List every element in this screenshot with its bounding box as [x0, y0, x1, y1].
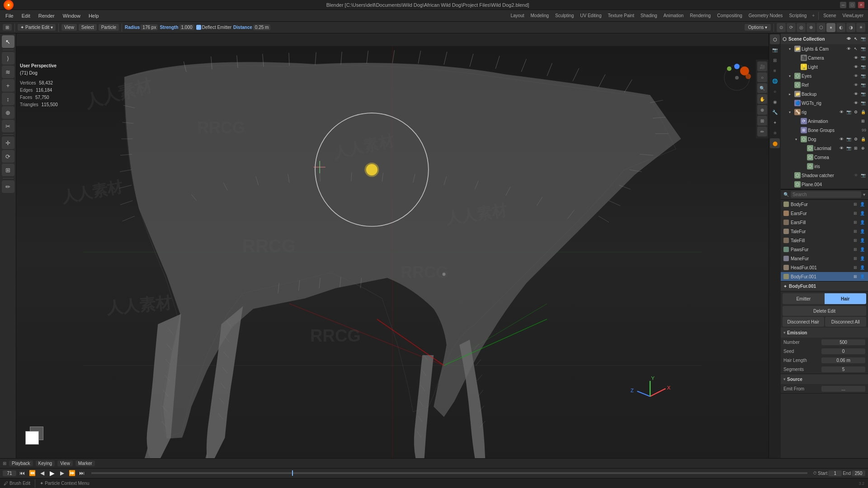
mat-user-icon[interactable]: 👤	[859, 255, 865, 262]
particle-menu[interactable]: Particle	[99, 24, 119, 31]
jump-start-button[interactable]: ⏮	[18, 469, 26, 477]
mat-edit-icon[interactable]: ⊞	[852, 201, 859, 207]
item-nla-icon[interactable]: ⊞	[860, 118, 866, 124]
next-keyframe-button[interactable]: ⏩	[68, 469, 76, 477]
item-extra-icon[interactable]: ⚙	[853, 109, 859, 115]
tool-length[interactable]: ↕	[2, 93, 14, 105]
tool-smooth[interactable]: ≋	[2, 66, 14, 78]
menu-file[interactable]: File	[2, 12, 17, 19]
mat-user-icon[interactable]: 👤	[859, 201, 865, 207]
timeline-bar[interactable]	[91, 472, 807, 474]
particle-props-icon[interactable]: ✦	[770, 117, 780, 127]
item-render-icon[interactable]: 📷	[860, 100, 866, 106]
outliner-item-plane004[interactable]: ⬡ Plane.004	[781, 180, 868, 189]
mat-edit-icon[interactable]: ⊞	[852, 210, 859, 216]
mat-user-icon[interactable]: 👤	[859, 228, 865, 235]
modifier-props-icon[interactable]: 🔧	[770, 107, 780, 117]
item-vis-icon[interactable]: 👁	[853, 73, 859, 79]
distance-input[interactable]: 0.25 m	[253, 24, 271, 30]
mat-user-icon[interactable]: 👤	[859, 246, 865, 253]
material-shading-icon[interactable]: ◐	[836, 23, 845, 32]
item-extra2-icon[interactable]: 🔒	[860, 136, 866, 142]
mat-edit-icon[interactable]: ⊞	[852, 273, 859, 280]
solid-shading-icon[interactable]: ●	[826, 23, 835, 32]
start-frame-input[interactable]: 1	[828, 470, 842, 476]
emitter-button[interactable]: Emitter	[783, 293, 825, 304]
item-vis-icon[interactable]: 👁	[853, 100, 859, 106]
viewport-camera-icon[interactable]: 🎥	[757, 61, 767, 71]
mat-edit-icon[interactable]: ⊞	[852, 255, 859, 262]
maximize-button[interactable]: □	[849, 2, 855, 8]
output-props-icon[interactable]: ⊞	[770, 55, 780, 65]
menu-help[interactable]: Help	[85, 12, 103, 19]
outliner-item-shadow-catcher[interactable]: ⬡ Shadow catcher 👁 📷	[781, 171, 868, 180]
outliner-item-cornea[interactable]: ⬡ Cornea	[781, 153, 868, 162]
tool-select[interactable]: ↖	[2, 35, 14, 48]
next-frame-button[interactable]: ▶	[58, 469, 66, 477]
item-render-icon[interactable]: 📷	[860, 91, 866, 97]
scene-select[interactable]: Scene	[821, 13, 839, 18]
item-render-icon[interactable]: 📷	[860, 64, 866, 70]
item-vis-icon[interactable]: 👁	[838, 145, 844, 151]
item-vis-icon[interactable]: 👁	[853, 172, 859, 178]
outliner-item-dog[interactable]: ▾ ⬡ Dog 👁 📷 ⚙ 🔒	[781, 135, 868, 144]
world-props-icon[interactable]: ○	[770, 86, 780, 96]
source-section-header[interactable]: ▾ Source	[781, 374, 868, 384]
compositing-tab[interactable]: Compositing	[714, 13, 745, 18]
mat-user-icon[interactable]: 👤	[859, 264, 865, 271]
viewport-search-icon[interactable]: 🔍	[757, 83, 767, 93]
scene-props-icon2[interactable]: 🌐	[770, 76, 780, 86]
item-vis-icon[interactable]: 👁	[838, 109, 844, 115]
item-vis-icon[interactable]: 👁	[838, 136, 844, 142]
item-vis-icon[interactable]: 👁	[853, 91, 859, 97]
uv-editing-tab[interactable]: UV Editing	[577, 13, 604, 18]
eevee-shading-icon[interactable]: ☀	[856, 23, 865, 32]
item-cursor-icon[interactable]: ↖	[853, 46, 859, 52]
sculpting-tab[interactable]: Sculpting	[552, 13, 576, 18]
outliner-item-eyes[interactable]: ▾ ⬡ Eyes 👁 📷	[781, 71, 868, 80]
viewport-zoom-icon[interactable]: ⊕	[757, 105, 767, 115]
item-vis-icon[interactable]: 👁	[845, 46, 852, 52]
mat-edit-icon[interactable]: ⊞	[852, 237, 859, 244]
mat-user-icon[interactable]: 👤	[859, 210, 865, 216]
outliner-eye-icon[interactable]: 👁	[845, 36, 852, 42]
item-pose-icon[interactable]: 🔒	[860, 109, 866, 115]
mat-user-icon[interactable]: 👤	[859, 219, 865, 225]
overlay-icon[interactable]: ⊕	[807, 23, 816, 32]
viewport-hand-icon[interactable]: ✋	[757, 94, 767, 104]
playback-menu[interactable]: Playback	[9, 460, 33, 466]
tool-cut[interactable]: ✂	[2, 120, 14, 132]
mat-edit-icon[interactable]: ⊞	[852, 264, 859, 271]
item-vis-icon[interactable]: 👁	[853, 82, 859, 88]
color-indicator[interactable]	[25, 427, 43, 445]
modeling-tab[interactable]: Modeling	[528, 13, 552, 18]
rendered-shading-icon[interactable]: ◑	[846, 23, 855, 32]
current-frame-input[interactable]: 71	[3, 470, 16, 476]
mat-edit-icon[interactable]: ⊞	[852, 219, 859, 225]
prev-frame-button[interactable]: ◀	[38, 469, 46, 477]
disconnect-hair-button[interactable]: Disconnect Hair	[783, 317, 824, 327]
item-extra2-icon[interactable]: ⊕	[860, 145, 866, 151]
item-render-icon[interactable]: 📷	[860, 172, 866, 178]
viewport-edit-icon[interactable]: ✏	[757, 127, 767, 136]
mat-talefur[interactable]: TaleFur ⊞ 👤	[781, 227, 868, 236]
marker-menu[interactable]: Marker	[75, 460, 95, 466]
play-button[interactable]: ▶	[48, 469, 56, 477]
viewport-area[interactable]: 人人素材 RRCG 人人素材 RRCG 人人素材 RRCG 人人素材 RRCG …	[16, 33, 769, 458]
rendering-tab[interactable]: Rendering	[687, 13, 713, 18]
editor-type-select[interactable]: ⊞	[3, 24, 12, 31]
hair-button[interactable]: Hair	[825, 293, 867, 304]
keying-menu[interactable]: Keying	[36, 460, 55, 466]
shading-tab[interactable]: Shading	[638, 13, 660, 18]
end-frame-input[interactable]: 250	[852, 470, 865, 476]
deflect-checkbox[interactable]: ✓	[196, 25, 201, 30]
item-render-icon[interactable]: 📷	[860, 73, 866, 79]
mat-bodyfur[interactable]: BodyFur ⊞ 👤	[781, 200, 868, 209]
mode-select[interactable]: ✦ Particle Edit ▾	[18, 24, 56, 31]
outliner-item-bone-groups[interactable]: ⊞ Bone Groups 99	[781, 126, 868, 135]
filter-icon[interactable]: ▾	[863, 192, 865, 197]
outliner-item-lacrimal[interactable]: ⬡ Lacrimal 👁 📷 ⊞ ⊕	[781, 144, 868, 153]
item-extra-icon[interactable]: ⊞	[853, 145, 859, 151]
outliner-cursor-icon[interactable]: ↖	[853, 36, 859, 42]
close-button[interactable]: ✕	[858, 2, 864, 8]
